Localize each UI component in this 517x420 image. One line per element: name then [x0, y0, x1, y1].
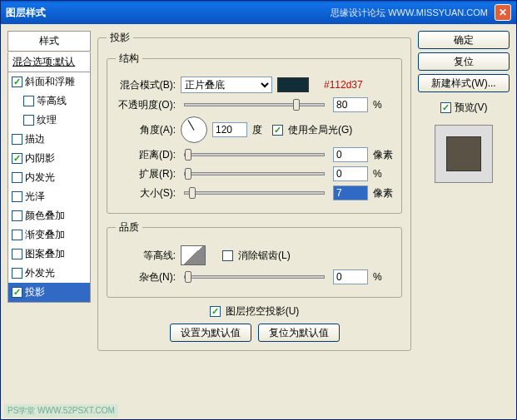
window-title: 图层样式	[6, 6, 46, 20]
global-light-checkbox[interactable]	[272, 125, 283, 136]
size-slider[interactable]	[184, 191, 325, 195]
structure-group: 结构 混合模式(B): 正片叠底 #112d37 不透明度(O): %	[107, 52, 402, 214]
style-checkbox[interactable]	[23, 115, 34, 126]
style-item-1[interactable]: 等高线	[8, 91, 90, 111]
style-item-2[interactable]: 纹理	[8, 111, 90, 130]
style-item-4[interactable]: 内阴影	[8, 149, 90, 168]
opacity-unit: %	[373, 99, 393, 111]
style-checkbox[interactable]	[23, 96, 34, 106]
styles-header: 样式	[7, 31, 91, 52]
effect-title: 投影	[107, 31, 133, 45]
angle-input[interactable]	[212, 122, 247, 137]
reset-default-button[interactable]: 复位为默认值	[258, 324, 340, 342]
opacity-slider[interactable]	[184, 103, 325, 106]
style-checkbox[interactable]	[12, 134, 22, 145]
style-item-label: 光泽	[25, 190, 45, 204]
spread-input[interactable]	[333, 166, 368, 181]
style-item-label: 内发光	[25, 170, 55, 185]
global-light-label: 使用全局光(G)	[288, 123, 352, 137]
layer-style-dialog: 图层样式 思缘设计论坛 WWW.MISSYUAN.COM ✕ 样式 混合选项:默…	[0, 0, 517, 420]
style-item-5[interactable]: 内发光	[8, 168, 90, 187]
angle-label: 角度(A):	[116, 123, 176, 137]
style-checkbox[interactable]	[12, 230, 22, 240]
contour-picker[interactable]	[181, 245, 206, 265]
style-checkbox[interactable]	[12, 249, 22, 259]
angle-unit: 度	[252, 123, 262, 137]
preview-checkbox[interactable]	[440, 102, 451, 113]
noise-label: 杂色(N):	[116, 270, 176, 284]
watermark-text: 思缘设计论坛 WWW.MISSYUAN.COM	[331, 7, 488, 19]
spread-label: 扩展(R):	[116, 167, 176, 181]
new-style-button[interactable]: 新建样式(W)...	[418, 74, 510, 92]
right-panel: 确定 复位 新建样式(W)... 预览(V)	[418, 31, 510, 413]
structure-legend: 结构	[116, 52, 142, 66]
style-item-7[interactable]: 颜色叠加	[8, 206, 90, 225]
style-item-9[interactable]: 图案叠加	[8, 245, 90, 264]
angle-dial[interactable]	[181, 116, 207, 143]
ok-button[interactable]: 确定	[418, 31, 510, 49]
cancel-button[interactable]: 复位	[418, 52, 510, 71]
style-item-10[interactable]: 外发光	[8, 264, 90, 283]
style-item-label: 斜面和浮雕	[25, 75, 75, 89]
style-item-label: 颜色叠加	[25, 209, 65, 223]
style-item-11[interactable]: 投影	[8, 283, 90, 302]
size-input[interactable]	[333, 185, 368, 200]
knockout-checkbox[interactable]	[210, 306, 221, 317]
quality-legend: 品质	[116, 220, 142, 235]
titlebar: 图层样式 思缘设计论坛 WWW.MISSYUAN.COM ✕	[1, 1, 516, 24]
style-checkbox[interactable]	[12, 210, 22, 221]
noise-input[interactable]	[333, 269, 368, 284]
distance-input[interactable]	[333, 147, 368, 162]
opacity-label: 不透明度(O):	[116, 98, 176, 112]
style-checkbox[interactable]	[12, 268, 22, 279]
preview-label: 预览(V)	[455, 101, 488, 115]
style-item-label: 外发光	[25, 266, 55, 280]
blend-mode-label: 混合模式(B):	[116, 78, 176, 92]
style-checkbox[interactable]	[12, 153, 22, 164]
antialias-checkbox[interactable]	[222, 250, 233, 261]
preview-inner	[446, 136, 481, 171]
styles-panel: 样式 混合选项:默认 斜面和浮雕等高线纹理描边内阴影内发光光泽颜色叠加渐变叠加图…	[7, 31, 91, 413]
style-item-label: 渐变叠加	[25, 228, 65, 242]
noise-slider[interactable]	[184, 275, 325, 279]
style-item-6[interactable]: 光泽	[8, 187, 90, 206]
distance-slider[interactable]	[184, 153, 325, 156]
color-hex-label: #112d37	[324, 79, 363, 91]
size-label: 大小(S):	[116, 186, 176, 200]
style-item-label: 内阴影	[25, 151, 55, 166]
size-unit: 像素	[373, 186, 393, 200]
style-list: 斜面和浮雕等高线纹理描边内阴影内发光光泽颜色叠加渐变叠加图案叠加外发光投影	[7, 72, 91, 303]
style-checkbox[interactable]	[12, 287, 22, 298]
blending-options-link[interactable]: 混合选项:默认	[7, 52, 91, 72]
style-item-0[interactable]: 斜面和浮雕	[8, 72, 90, 91]
knockout-label: 图层挖空投影(U)	[226, 304, 300, 319]
style-item-label: 图案叠加	[25, 247, 65, 261]
close-button[interactable]: ✕	[495, 4, 511, 21]
style-item-label: 描边	[25, 132, 45, 146]
effect-group: 投影 结构 混合模式(B): 正片叠底 #112d37 不透明度(O):	[97, 31, 411, 351]
style-checkbox[interactable]	[12, 172, 22, 183]
blend-mode-select[interactable]: 正片叠底	[181, 77, 272, 93]
style-item-3[interactable]: 描边	[8, 130, 90, 149]
style-item-label: 等高线	[37, 94, 67, 108]
preview-thumbnail	[435, 125, 493, 183]
quality-group: 品质 等高线: 消除锯齿(L) 杂色(N): %	[107, 220, 402, 298]
distance-unit: 像素	[373, 148, 393, 162]
shadow-color-swatch[interactable]	[277, 77, 309, 92]
contour-label: 等高线:	[116, 249, 176, 263]
spread-slider[interactable]	[184, 172, 325, 175]
distance-label: 距离(D):	[116, 148, 176, 162]
style-checkbox[interactable]	[12, 191, 22, 202]
opacity-input[interactable]	[333, 97, 368, 112]
footer-watermark: PS学堂 WWW.52PSXT.COM	[4, 404, 118, 418]
set-default-button[interactable]: 设置为默认值	[170, 324, 251, 342]
noise-unit: %	[373, 271, 393, 283]
style-item-label: 投影	[25, 285, 45, 299]
spread-unit: %	[373, 168, 393, 180]
style-checkbox[interactable]	[12, 77, 22, 87]
main-panel: 投影 结构 混合模式(B): 正片叠底 #112d37 不透明度(O):	[97, 31, 411, 413]
style-item-8[interactable]: 渐变叠加	[8, 225, 90, 245]
style-item-label: 纹理	[37, 113, 57, 127]
antialias-label: 消除锯齿(L)	[238, 249, 291, 263]
